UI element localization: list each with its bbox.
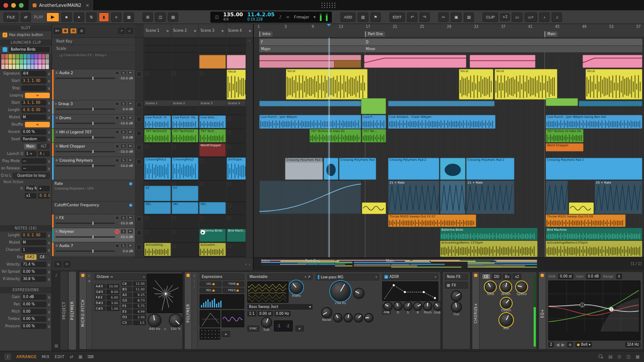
arrangement-area[interactable]: FDMajorMinorVocalVocalVocalVocalLive Pun… <box>254 38 644 257</box>
filter-type-selector[interactable]: Low-pass MG▾ <box>316 274 379 281</box>
black-key-row[interactable]: D#33.00 <box>94 301 119 305</box>
band-type-selector[interactable]: Bell▾ <box>575 342 592 347</box>
track-header[interactable]: ≣ Crossing Polymers S M -10.0 dB <box>52 157 135 180</box>
filter-cutoff-knob[interactable]: 294 Hz <box>331 282 350 305</box>
field-value[interactable]: 0.00 % <box>21 302 46 307</box>
volume-value[interactable]: -10.0 dB <box>117 221 133 225</box>
prev-band-icon[interactable]: ◀ <box>556 342 559 347</box>
group-scene-header[interactable]: Scene 2 <box>171 100 199 106</box>
field-value[interactable]: 71.4 % <box>21 262 46 267</box>
stepper-arrows[interactable]: ▲▼ <box>48 270 50 274</box>
scene-play-icon[interactable]: ▶ <box>222 29 224 33</box>
black-key-row[interactable]: C#31.00 <box>94 306 119 311</box>
note-fx-header[interactable]: Note FX <box>445 274 468 280</box>
clear-stop-button[interactable]: ✕ <box>64 261 70 267</box>
mute-button[interactable]: M <box>128 158 133 163</box>
black-key-row[interactable]: A#310.00 <box>94 284 119 289</box>
tab-alt[interactable]: ALT <box>37 144 50 149</box>
track-header[interactable]: RateCrossing Polymers › LFO <box>52 180 135 202</box>
white-key-row[interactable]: F35.75 <box>121 304 146 308</box>
launcher-clip[interactable]: CrossingPoly1 <box>144 157 171 180</box>
polymer-title-bar[interactable]: POLYMER <box>185 272 192 349</box>
scene-play-icon[interactable]: ▶ <box>194 29 197 33</box>
output-knob[interactable]: Out <box>445 302 468 316</box>
playhead-marker-icon[interactable] <box>327 24 331 28</box>
launcher-clip[interactable]: Ballerina Birds▶ <box>199 229 226 242</box>
clip-menu-button[interactable]: CLIP <box>483 12 498 22</box>
track-header[interactable]: Root Key <box>52 38 135 45</box>
chorus-depth-knob[interactable]: Depth <box>501 299 511 312</box>
reference-freq-knob[interactable]: 440 Hz <box>149 314 161 331</box>
palette-color[interactable] <box>9 64 12 69</box>
palette-color[interactable] <box>27 54 30 59</box>
volume-value[interactable]: -10.0 dB <box>117 76 133 80</box>
stepper-arrows[interactable]: ▲▼ <box>48 234 50 237</box>
empty-clip-slot[interactable] <box>173 182 176 186</box>
field-value[interactable]: 0. 0. 0. 00 <box>38 193 50 199</box>
eq-curve-display[interactable]: 1 2 <box>548 281 641 341</box>
palette-color[interactable] <box>16 59 19 64</box>
launcher-clip[interactable]: S2 <box>144 186 171 201</box>
gain-value[interactable]: 0.0 dB <box>586 274 601 279</box>
stepper-arrows[interactable]: ▲▼ <box>48 101 50 105</box>
filter-fm-knob[interactable] <box>365 314 373 322</box>
arranger-clip[interactable] <box>334 60 361 68</box>
track-header[interactable]: ≣ Word Chopper S M -10.0 dB <box>52 143 135 157</box>
expression-toggle-timb[interactable]: TIMB <box>223 281 245 287</box>
scene-play-icon[interactable]: ▶ <box>167 29 169 33</box>
track-header[interactable]: …g Chance/Action FX › Delay+ <box>52 52 135 69</box>
clip-play-icon[interactable]: ▶ <box>200 230 205 235</box>
playhead[interactable] <box>329 38 329 257</box>
palette-color[interactable] <box>38 64 42 69</box>
note-ratio-value[interactable]: 1/1 <box>133 320 146 325</box>
launcher-clip[interactable]: ActiveAmig… <box>144 243 171 256</box>
volume-fader[interactable] <box>55 250 115 252</box>
launcher-clip[interactable]: CrossingPoly2 <box>172 157 198 180</box>
stepper-arrows[interactable]: ▲▼ <box>48 278 50 281</box>
field-value[interactable]: Play Next <box>25 186 36 191</box>
close-tab-icon[interactable]: × <box>85 3 89 8</box>
palette-color[interactable] <box>42 54 46 59</box>
arranger-clip[interactable] <box>546 181 568 214</box>
view-switch-edit[interactable]: EDIT <box>55 355 64 359</box>
field-value[interactable]: 4. 0. 0. 00 <box>21 107 46 113</box>
chorus-mode-dd[interactable]: DD <box>492 274 501 280</box>
chorus-mix-knob[interactable]: Mix <box>500 314 512 330</box>
palette-color[interactable] <box>24 59 27 64</box>
launcher-clip[interactable]: Live Smo… <box>199 115 226 128</box>
group-scene-header[interactable]: Scene 3 <box>199 100 226 106</box>
stop-clip-button[interactable] <box>137 230 142 235</box>
field-value[interactable]: 0.00 % <box>21 316 46 322</box>
palette-color[interactable] <box>34 64 38 69</box>
track-header[interactable]: Cutoff/Center Frequency <box>52 202 135 214</box>
edit-menu-button[interactable]: EDIT <box>389 12 405 22</box>
arranger-clip[interactable]: Live P… <box>362 115 386 129</box>
overview-section-label[interactable]: Intro <box>261 259 270 263</box>
toggle-pill[interactable]: ≡ <box>25 122 50 127</box>
automation-write-button[interactable]: ⇅ <box>86 12 97 22</box>
palette-color[interactable] <box>5 54 9 59</box>
palette-color[interactable] <box>5 64 9 69</box>
device-power-icon[interactable] <box>474 274 477 277</box>
record-arm-button[interactable] <box>115 244 119 248</box>
chorus-tone-knob[interactable]: Tone <box>486 282 495 296</box>
palette-color[interactable] <box>24 64 27 69</box>
launcher-clip[interactable]: WordChopper <box>199 143 226 157</box>
transpose-down-button[interactable]: ♫ <box>552 12 562 22</box>
arrangement-overview[interactable]: IntroPart OneMain[1 / 1] <box>254 257 644 270</box>
stepper-arrows[interactable]: ▲▼ <box>48 79 50 83</box>
note-ratio-value[interactable]: 12.00 <box>133 281 146 286</box>
palette-color[interactable] <box>31 59 34 64</box>
stepper-arrows[interactable]: ▲▼ <box>48 167 50 170</box>
field-value[interactable]: M <box>21 115 46 120</box>
arranger-clip[interactable]: Vocal <box>495 69 557 100</box>
scene-header[interactable]: Scene 3▶ <box>199 24 226 37</box>
empty-clip-slot[interactable] <box>228 182 231 186</box>
launcher-clip[interactable]: Bird Mach… <box>227 229 246 242</box>
field-value[interactable]: 0.00 % <box>21 129 46 135</box>
micro-pitch-title-bar[interactable]: MICRO-PITCH <box>79 272 87 349</box>
clip-quantize-badge[interactable]: +2 <box>500 13 510 21</box>
quantize-to-loop-button[interactable]: Quantize to loop <box>13 173 50 179</box>
empty-clip-slot[interactable] <box>200 182 204 186</box>
solo-button[interactable]: S <box>121 144 126 148</box>
